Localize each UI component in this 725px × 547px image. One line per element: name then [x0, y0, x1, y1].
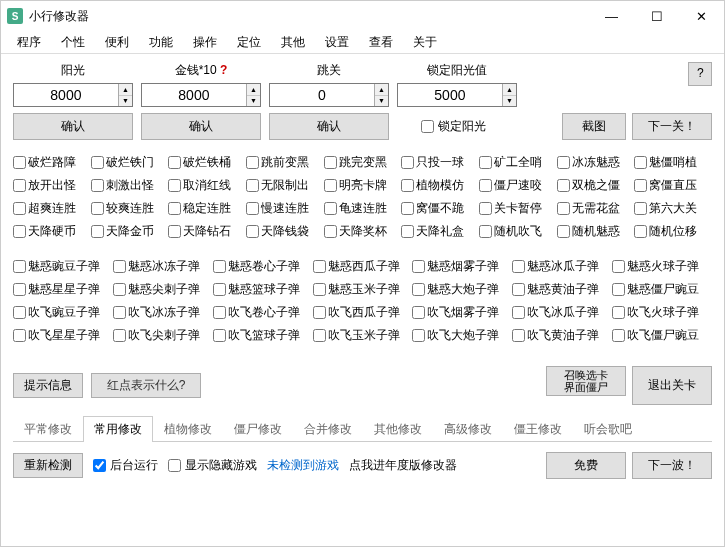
option-checkbox[interactable]: 破烂铁门: [91, 154, 169, 171]
tab[interactable]: 植物修改: [153, 416, 223, 442]
option-checkbox[interactable]: 双桅之僵: [557, 177, 635, 194]
tab[interactable]: 合并修改: [293, 416, 363, 442]
option-checkbox[interactable]: 较爽连胜: [91, 200, 169, 217]
option-checkbox[interactable]: 慢速连胜: [246, 200, 324, 217]
option-checkbox[interactable]: 只投一球: [401, 154, 479, 171]
menu-item[interactable]: 个性: [51, 32, 95, 53]
next-level-button[interactable]: 下一关！: [632, 113, 712, 140]
skip-input[interactable]: [270, 84, 374, 106]
option-checkbox[interactable]: 吹飞黄油子弹: [512, 327, 612, 344]
locksun-input[interactable]: [398, 84, 502, 106]
option-checkbox[interactable]: 无需花盆: [557, 200, 635, 217]
menu-item[interactable]: 关于: [403, 32, 447, 53]
option-checkbox[interactable]: 取消红线: [168, 177, 246, 194]
tab[interactable]: 听会歌吧: [573, 416, 643, 442]
option-checkbox[interactable]: 无限制出: [246, 177, 324, 194]
next-wave-button[interactable]: 下一波！: [632, 452, 712, 479]
money-confirm-button[interactable]: 确认: [141, 113, 261, 140]
tab[interactable]: 高级修改: [433, 416, 503, 442]
locksun-spinner[interactable]: ▲▼: [397, 83, 517, 107]
option-checkbox[interactable]: 矿工全哨: [479, 154, 557, 171]
money-spinner[interactable]: ▲▼: [141, 83, 261, 107]
skip-spinner[interactable]: ▲▼: [269, 83, 389, 107]
money-input[interactable]: [142, 84, 246, 106]
sun-confirm-button[interactable]: 确认: [13, 113, 133, 140]
option-checkbox[interactable]: 第六大关: [634, 200, 712, 217]
option-checkbox[interactable]: 魅惑冰冻子弹: [113, 258, 213, 275]
spin-down-icon[interactable]: ▼: [119, 96, 132, 107]
sun-spinner[interactable]: ▲▼: [13, 83, 133, 107]
red-dot-help-button[interactable]: 红点表示什么?: [91, 373, 201, 398]
maximize-button[interactable]: ☐: [634, 1, 679, 31]
option-checkbox[interactable]: 破烂铁桶: [168, 154, 246, 171]
spin-down-icon[interactable]: ▼: [247, 96, 260, 107]
option-checkbox[interactable]: 僵尸速咬: [479, 177, 557, 194]
option-checkbox[interactable]: 天降钻石: [168, 223, 246, 240]
option-checkbox[interactable]: 吹飞大炮子弹: [412, 327, 512, 344]
option-checkbox[interactable]: 吹飞星星子弹: [13, 327, 113, 344]
option-checkbox[interactable]: 魅惑冰瓜子弹: [512, 258, 612, 275]
show-hidden-checkbox[interactable]: 显示隐藏游戏: [168, 457, 257, 474]
option-checkbox[interactable]: 吹飞玉米子弹: [313, 327, 413, 344]
redetect-button[interactable]: 重新检测: [13, 453, 83, 478]
option-checkbox[interactable]: 魅惑西瓜子弹: [313, 258, 413, 275]
tab[interactable]: 僵尸修改: [223, 416, 293, 442]
option-checkbox[interactable]: 吹飞冰瓜子弹: [512, 304, 612, 321]
option-checkbox[interactable]: 吹飞僵尸豌豆: [612, 327, 712, 344]
goto-annual-link[interactable]: 点我进年度版修改器: [349, 457, 457, 474]
option-checkbox[interactable]: 魅惑火球子弹: [612, 258, 712, 275]
lock-sun-checkbox[interactable]: 锁定阳光: [421, 118, 486, 135]
help-button[interactable]: ?: [688, 62, 712, 86]
option-checkbox[interactable]: 吹飞尖刺子弹: [113, 327, 213, 344]
option-checkbox[interactable]: 冰冻魅惑: [557, 154, 635, 171]
spin-down-icon[interactable]: ▼: [503, 96, 516, 107]
option-checkbox[interactable]: 天降钱袋: [246, 223, 324, 240]
option-checkbox[interactable]: 吹飞卷心子弹: [213, 304, 313, 321]
sun-input[interactable]: [14, 84, 118, 106]
menu-item[interactable]: 设置: [315, 32, 359, 53]
spin-up-icon[interactable]: ▲: [119, 84, 132, 96]
option-checkbox[interactable]: 天降硬币: [13, 223, 91, 240]
option-checkbox[interactable]: 关卡暂停: [479, 200, 557, 217]
option-checkbox[interactable]: 天降奖杯: [324, 223, 402, 240]
option-checkbox[interactable]: 魅惑大炮子弹: [412, 281, 512, 298]
screenshot-button[interactable]: 截图: [562, 113, 626, 140]
option-checkbox[interactable]: 吹飞豌豆子弹: [13, 304, 113, 321]
option-checkbox[interactable]: 魅惑卷心子弹: [213, 258, 313, 275]
option-checkbox[interactable]: 随机魅惑: [557, 223, 635, 240]
option-checkbox[interactable]: 龟速连胜: [324, 200, 402, 217]
option-checkbox[interactable]: 魅惑僵尸豌豆: [612, 281, 712, 298]
option-checkbox[interactable]: 植物模仿: [401, 177, 479, 194]
option-checkbox[interactable]: 吹飞烟雾子弹: [412, 304, 512, 321]
option-checkbox[interactable]: 破烂路障: [13, 154, 91, 171]
menu-item[interactable]: 操作: [183, 32, 227, 53]
option-checkbox[interactable]: 超爽连胜: [13, 200, 91, 217]
option-checkbox[interactable]: 放开出怪: [13, 177, 91, 194]
option-checkbox[interactable]: 魅惑豌豆子弹: [13, 258, 113, 275]
option-checkbox[interactable]: 魅僵哨植: [634, 154, 712, 171]
option-checkbox[interactable]: 跳前变黑: [246, 154, 324, 171]
spin-up-icon[interactable]: ▲: [503, 84, 516, 96]
option-checkbox[interactable]: 魅惑黄油子弹: [512, 281, 612, 298]
spin-up-icon[interactable]: ▲: [375, 84, 388, 96]
option-checkbox[interactable]: 魅惑篮球子弹: [213, 281, 313, 298]
minimize-button[interactable]: —: [589, 1, 634, 31]
menu-item[interactable]: 定位: [227, 32, 271, 53]
free-button[interactable]: 免费: [546, 452, 626, 479]
option-checkbox[interactable]: 吹飞火球子弹: [612, 304, 712, 321]
option-checkbox[interactable]: 吹飞冰冻子弹: [113, 304, 213, 321]
option-checkbox[interactable]: 跳完变黑: [324, 154, 402, 171]
menu-item[interactable]: 程序: [7, 32, 51, 53]
option-checkbox[interactable]: 吹飞西瓜子弹: [313, 304, 413, 321]
menu-item[interactable]: 查看: [359, 32, 403, 53]
option-checkbox[interactable]: 魅惑玉米子弹: [313, 281, 413, 298]
skip-confirm-button[interactable]: 确认: [269, 113, 389, 140]
option-checkbox[interactable]: 天降礼盒: [401, 223, 479, 240]
option-checkbox[interactable]: 魅惑烟雾子弹: [412, 258, 512, 275]
exit-level-button[interactable]: 退出关卡: [632, 366, 712, 405]
menu-item[interactable]: 便利: [95, 32, 139, 53]
tab[interactable]: 常用修改: [83, 416, 153, 442]
menu-item[interactable]: 其他: [271, 32, 315, 53]
option-checkbox[interactable]: 吹飞篮球子弹: [213, 327, 313, 344]
option-checkbox[interactable]: 魅惑尖刺子弹: [113, 281, 213, 298]
